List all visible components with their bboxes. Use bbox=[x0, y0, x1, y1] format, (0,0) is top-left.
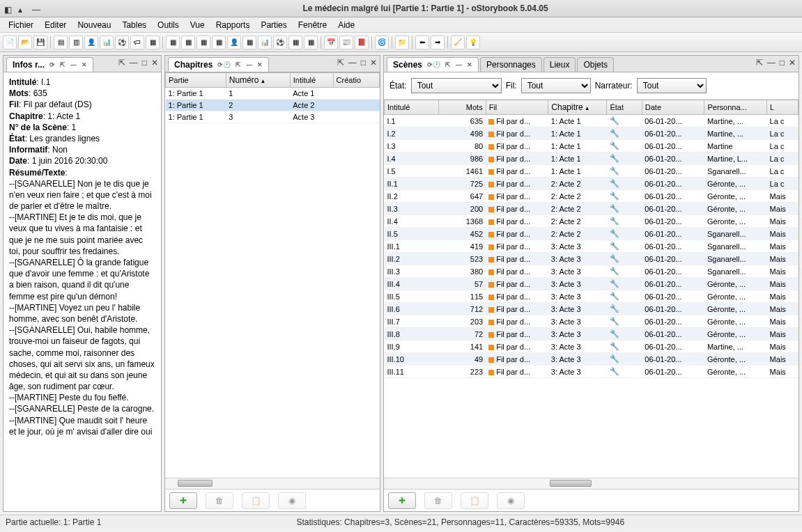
menu-outils[interactable]: Outils bbox=[153, 19, 183, 31]
panel-max-icon[interactable]: □ bbox=[142, 58, 147, 68]
panel-max-icon[interactable]: □ bbox=[361, 58, 366, 68]
menu-fenetre[interactable]: Fenêtre bbox=[294, 19, 331, 31]
menu-aide[interactable]: Aide bbox=[334, 19, 359, 31]
refresh-icon[interactable]: ⟳🕐 bbox=[217, 61, 231, 68]
delete-button[interactable]: 🗑 bbox=[206, 492, 233, 509]
col-mots[interactable]: Mots bbox=[439, 100, 486, 115]
panel-undock-icon[interactable]: ⇱ bbox=[756, 58, 763, 68]
pin-icon[interactable]: ⇱ bbox=[445, 61, 451, 68]
add-button[interactable]: ✚ bbox=[169, 492, 197, 509]
col-intitule[interactable]: Intitulé bbox=[290, 73, 333, 88]
hscrollbar[interactable] bbox=[165, 478, 380, 489]
menu-editer[interactable]: Editer bbox=[40, 19, 70, 31]
tab-chapitres[interactable]: Chapitres ⟳🕐 ⇱ — ✕ bbox=[168, 57, 269, 72]
tb-view2-icon[interactable]: ▥ bbox=[69, 36, 83, 49]
menu-vue[interactable]: Vue bbox=[186, 19, 209, 31]
table-row[interactable]: II.1725Fil par d...2: Acte 2🔧06-01-20...… bbox=[385, 178, 799, 190]
tb-bulb-icon[interactable]: 💡 bbox=[466, 36, 480, 49]
panel-undock-icon[interactable]: ⇱ bbox=[118, 58, 125, 68]
table-row[interactable]: I.380Fil par d...1: Acte 1🔧06-01-20...Ma… bbox=[385, 140, 799, 152]
col-intitule[interactable]: Intitulé bbox=[385, 100, 439, 115]
menu-nouveau[interactable]: Nouveau bbox=[73, 19, 115, 31]
tb-new-icon[interactable]: 📄 bbox=[3, 36, 17, 49]
close-icon[interactable]: ✕ bbox=[82, 61, 87, 68]
table-row[interactable]: I.4986Fil par d...1: Acte 1🔧06-01-20...M… bbox=[385, 152, 799, 165]
col-fil[interactable]: Fil bbox=[486, 100, 548, 115]
tb-chart2-icon[interactable]: 📊 bbox=[258, 36, 272, 49]
menu-fichier[interactable]: Fichier bbox=[4, 19, 38, 31]
tab-lieux[interactable]: Lieux bbox=[543, 57, 576, 72]
delete-button[interactable]: 🗑 bbox=[424, 492, 452, 509]
info-body[interactable]: Intitulé: I.1 Mots: 635 Fil: Fil par déf… bbox=[3, 72, 161, 441]
col-numero[interactable]: Numéro▲ bbox=[226, 73, 290, 88]
pin-icon[interactable]: ⇱ bbox=[236, 61, 241, 68]
tb-grid3-icon[interactable]: ▦ bbox=[196, 36, 210, 49]
tb-open-icon[interactable]: 📂 bbox=[18, 36, 32, 49]
tb-grid7-icon[interactable]: ▦ bbox=[304, 36, 318, 49]
table-row[interactable]: II.3200Fil par d...2: Acte 2🔧06-01-20...… bbox=[385, 203, 799, 215]
window-rollup-icon[interactable]: ▴ bbox=[18, 5, 25, 12]
col-partie[interactable]: Partie bbox=[166, 73, 226, 88]
panel-close-icon[interactable]: ✕ bbox=[789, 58, 796, 68]
tb-grid4-icon[interactable]: ▦ bbox=[212, 36, 226, 49]
tab-personnages[interactable]: Personnages bbox=[480, 57, 542, 72]
close-icon[interactable]: ✕ bbox=[257, 61, 263, 68]
tb-calendar-icon[interactable]: 📅 bbox=[324, 36, 338, 49]
tb-back-icon[interactable]: ⬅ bbox=[415, 36, 429, 49]
min-icon[interactable]: — bbox=[246, 61, 252, 68]
table-row[interactable]: III.457Fil par d...3: Acte 3🔧06-01-20...… bbox=[385, 278, 799, 290]
tb-list-icon[interactable]: ▦ bbox=[146, 36, 160, 49]
col-lieu[interactable]: L bbox=[767, 100, 799, 115]
tb-fwd-icon[interactable]: ➡ bbox=[431, 36, 445, 49]
copy-button[interactable]: 📋 bbox=[461, 492, 488, 509]
tb-grid5-icon[interactable]: ▦ bbox=[242, 36, 256, 49]
table-row[interactable]: III.1049Fil par d...3: Acte 3🔧06-01-20..… bbox=[385, 353, 799, 366]
col-person[interactable]: Personna... bbox=[704, 100, 767, 115]
table-row[interactable]: III.7203Fil par d...3: Acte 3🔧06-01-20..… bbox=[385, 315, 799, 328]
min-icon[interactable]: — bbox=[456, 61, 462, 68]
table-row[interactable]: III.9141Fil par d...3: Acte 3🔧06-01-20..… bbox=[385, 341, 799, 353]
panel-max-icon[interactable]: □ bbox=[780, 58, 785, 68]
misc-button[interactable]: ◉ bbox=[497, 492, 525, 509]
add-button[interactable]: ✚ bbox=[388, 492, 416, 509]
table-row[interactable]: 1: Partie 13Acte 3 bbox=[166, 111, 380, 123]
col-date[interactable]: Date bbox=[642, 100, 704, 115]
tb-ball2-icon[interactable]: ⚽ bbox=[273, 36, 287, 49]
tb-chart-icon[interactable]: 📊 bbox=[100, 36, 114, 49]
min-icon[interactable]: — bbox=[70, 61, 77, 68]
table-row[interactable]: III.1419Fil par d...3: Acte 3🔧06-01-20..… bbox=[385, 240, 799, 253]
table-row[interactable]: III.872Fil par d...3: Acte 3🔧06-01-20...… bbox=[385, 328, 799, 341]
table-row[interactable]: III.5115Fil par d...3: Acte 3🔧06-01-20..… bbox=[385, 290, 799, 303]
tb-spiral-icon[interactable]: 🌀 bbox=[375, 36, 389, 49]
col-chapitre[interactable]: Chapitre▲ bbox=[548, 100, 607, 115]
table-row[interactable]: I.2498Fil par d...1: Acte 1🔧06-01-20...M… bbox=[385, 127, 799, 140]
tb-view1-icon[interactable]: ▤ bbox=[54, 36, 68, 49]
tab-infos[interactable]: Infos r... ⟳ ⇱ — ✕ bbox=[6, 57, 93, 72]
copy-button[interactable]: 📋 bbox=[242, 492, 270, 509]
tab-objets[interactable]: Objets bbox=[577, 57, 614, 72]
table-row[interactable]: III.6712Fil par d...3: Acte 3🔧06-01-20..… bbox=[385, 303, 799, 315]
table-row[interactable]: I.1635Fil par d...1: Acte 1🔧06-01-20...M… bbox=[385, 115, 799, 127]
table-row[interactable]: II.5452Fil par d...2: Acte 2🔧06-01-20...… bbox=[385, 228, 799, 240]
panel-close-icon[interactable]: ✕ bbox=[370, 58, 377, 68]
tb-book-icon[interactable]: 📕 bbox=[355, 36, 369, 49]
panel-min-icon[interactable]: — bbox=[767, 58, 776, 68]
etat-select[interactable]: Tout bbox=[411, 78, 502, 93]
table-row[interactable]: II.2647Fil par d...2: Acte 2🔧06-01-20...… bbox=[385, 190, 799, 203]
pin-icon[interactable]: ⇱ bbox=[60, 61, 65, 68]
refresh-icon[interactable]: ⟳🕐 bbox=[427, 61, 440, 68]
table-row[interactable]: I.51461Fil par d...1: Acte 1🔧06-01-20...… bbox=[385, 165, 799, 178]
col-creation[interactable]: Créatio bbox=[333, 73, 379, 88]
tb-person-icon[interactable]: 👤 bbox=[84, 36, 98, 49]
table-row[interactable]: III.11223Fil par d...3: Acte 3🔧06-01-20.… bbox=[385, 366, 799, 378]
table-row[interactable]: III.3380Fil par d...3: Acte 3🔧06-01-20..… bbox=[385, 265, 799, 278]
panel-min-icon[interactable]: — bbox=[130, 58, 138, 68]
chapitres-table[interactable]: Partie Numéro▲ Intitulé Créatio 1: Parti… bbox=[165, 72, 380, 123]
tb-grid2-icon[interactable]: ▦ bbox=[181, 36, 195, 49]
window-minimize-icon[interactable]: — bbox=[32, 5, 39, 12]
close-icon[interactable]: ✕ bbox=[467, 61, 472, 68]
tb-folder-icon[interactable]: 📁 bbox=[395, 36, 409, 49]
refresh-icon[interactable]: ⟳ bbox=[49, 61, 55, 68]
tb-save-icon[interactable]: 💾 bbox=[33, 36, 47, 49]
tb-person2-icon[interactable]: 👤 bbox=[227, 36, 241, 49]
